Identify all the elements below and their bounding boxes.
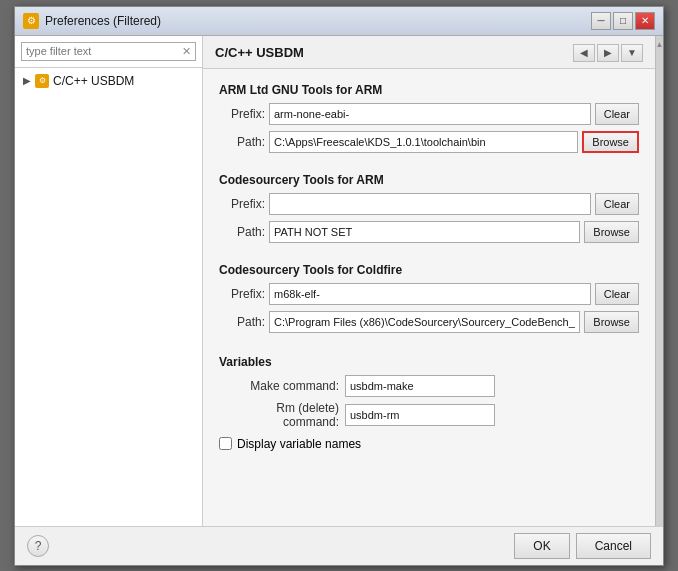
codesourcery-coldfire-prefix-clear-button[interactable]: Clear	[595, 283, 639, 305]
arm-gnu-path-input[interactable]	[269, 131, 578, 153]
title-buttons: ─ □ ✕	[591, 12, 655, 30]
tree-arrow-icon: ▶	[23, 75, 31, 86]
main-panel: C/C++ USBDM ◀ ▶ ▼ ARM Ltd GNU Tools for …	[203, 36, 655, 526]
right-scrollbar: ▲	[655, 36, 663, 526]
make-command-row: Make command:	[219, 375, 639, 397]
content-area: ✕ ▶ ⚙ C/C++ USBDM C/C++ USBDM ◀ ▶ ▼	[15, 36, 663, 526]
panel-header: C/C++ USBDM ◀ ▶ ▼	[203, 36, 655, 69]
codesourcery-coldfire-prefix-label: Prefix:	[219, 287, 265, 301]
title-bar: ⚙ Preferences (Filtered) ─ □ ✕	[15, 7, 663, 36]
variables-title: Variables	[219, 355, 639, 369]
bottom-bar: ? OK Cancel	[15, 526, 663, 565]
tree-item-label: C/C++ USBDM	[53, 74, 134, 88]
codesourcery-arm-path-row: Path: Browse	[219, 221, 639, 243]
codesourcery-arm-prefix-row: Prefix: Clear	[219, 193, 639, 215]
codesourcery-arm-path-input[interactable]	[269, 221, 580, 243]
close-button[interactable]: ✕	[635, 12, 655, 30]
tree-area: ▶ ⚙ C/C++ USBDM	[15, 68, 202, 526]
rm-command-input[interactable]	[345, 404, 495, 426]
codesourcery-coldfire-path-browse-button[interactable]: Browse	[584, 311, 639, 333]
panel-body: ARM Ltd GNU Tools for ARM Prefix: Clear …	[203, 69, 655, 526]
nav-buttons: ◀ ▶ ▼	[573, 44, 643, 62]
codesourcery-coldfire-path-label: Path:	[219, 315, 265, 329]
display-var-names-row: Display variable names	[219, 437, 639, 451]
maximize-button[interactable]: □	[613, 12, 633, 30]
help-button[interactable]: ?	[27, 535, 49, 557]
codesourcery-coldfire-path-row: Path: Browse	[219, 311, 639, 333]
nav-back-button[interactable]: ◀	[573, 44, 595, 62]
tree-item-icon: ⚙	[35, 74, 49, 88]
filter-box: ✕	[15, 36, 202, 68]
bottom-buttons: OK Cancel	[514, 533, 651, 559]
display-var-names-checkbox[interactable]	[219, 437, 232, 450]
arm-gnu-prefix-row: Prefix: Clear	[219, 103, 639, 125]
window-icon: ⚙	[23, 13, 39, 29]
panel-title: C/C++ USBDM	[215, 45, 304, 60]
codesourcery-coldfire-path-input[interactable]	[269, 311, 580, 333]
sidebar: ✕ ▶ ⚙ C/C++ USBDM	[15, 36, 203, 526]
display-var-names-label: Display variable names	[237, 437, 361, 451]
window-title: Preferences (Filtered)	[45, 14, 161, 28]
nav-dropdown-button[interactable]: ▼	[621, 44, 643, 62]
codesourcery-arm-prefix-clear-button[interactable]: Clear	[595, 193, 639, 215]
codesourcery-coldfire-title: Codesourcery Tools for Coldfire	[219, 263, 639, 277]
tree-item-usbdm[interactable]: ▶ ⚙ C/C++ USBDM	[19, 72, 198, 90]
make-command-input[interactable]	[345, 375, 495, 397]
arm-gnu-prefix-clear-button[interactable]: Clear	[595, 103, 639, 125]
codesourcery-arm-path-browse-button[interactable]: Browse	[584, 221, 639, 243]
minimize-button[interactable]: ─	[591, 12, 611, 30]
codesourcery-coldfire-prefix-input[interactable]	[269, 283, 591, 305]
filter-input[interactable]	[26, 45, 182, 57]
codesourcery-coldfire-prefix-row: Prefix: Clear	[219, 283, 639, 305]
variables-section: Variables Make command: Rm (delete) comm…	[219, 355, 639, 451]
arm-gnu-prefix-label: Prefix:	[219, 107, 265, 121]
codesourcery-arm-title: Codesourcery Tools for ARM	[219, 173, 639, 187]
arm-gnu-title: ARM Ltd GNU Tools for ARM	[219, 83, 639, 97]
rm-command-label: Rm (delete) command:	[219, 401, 339, 429]
arm-gnu-path-browse-button[interactable]: Browse	[582, 131, 639, 153]
make-command-label: Make command:	[219, 379, 339, 393]
codesourcery-arm-prefix-label: Prefix:	[219, 197, 265, 211]
ok-button[interactable]: OK	[514, 533, 569, 559]
cancel-button[interactable]: Cancel	[576, 533, 651, 559]
nav-fwd-button[interactable]: ▶	[597, 44, 619, 62]
codesourcery-arm-path-label: Path:	[219, 225, 265, 239]
arm-gnu-path-label: Path:	[219, 135, 265, 149]
arm-gnu-prefix-input[interactable]	[269, 103, 591, 125]
preferences-window: ⚙ Preferences (Filtered) ─ □ ✕ ✕ ▶ ⚙	[14, 6, 664, 566]
scroll-up-arrow[interactable]: ▲	[656, 40, 664, 49]
arm-gnu-path-row: Path: Browse	[219, 131, 639, 153]
filter-input-wrap: ✕	[21, 42, 196, 61]
codesourcery-arm-prefix-input[interactable]	[269, 193, 591, 215]
filter-clear-icon[interactable]: ✕	[182, 45, 191, 58]
rm-command-row: Rm (delete) command:	[219, 401, 639, 429]
